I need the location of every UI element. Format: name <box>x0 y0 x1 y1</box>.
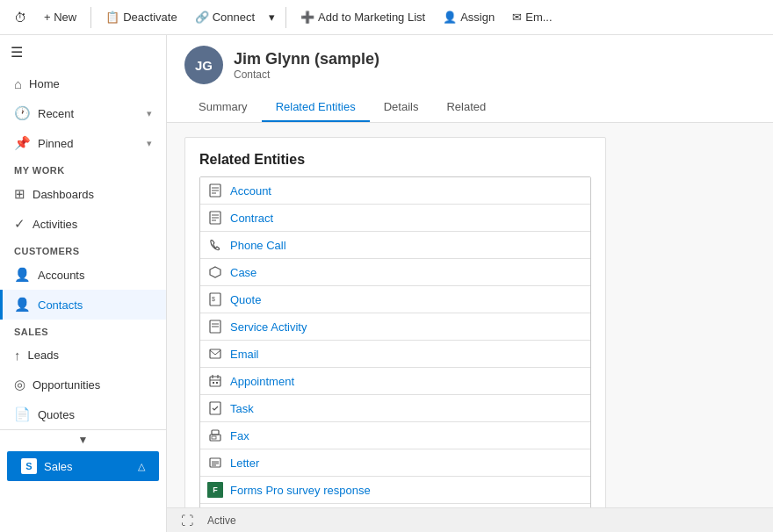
sidebar-scroll-down[interactable]: ▼ <box>0 429 166 449</box>
my-work-header-text: My Work <box>14 165 65 176</box>
related-entities-title: Related Entities <box>199 152 591 168</box>
assign-button[interactable]: 👤 Assign <box>436 7 502 27</box>
sidebar-item-home[interactable]: ⌂ Home <box>0 69 166 98</box>
status-bar: ⛶ Active <box>167 507 773 532</box>
contacts-icon: 👤 <box>14 297 31 313</box>
list-item[interactable]: Phone Call <box>200 232 590 259</box>
entity-label: Quote <box>230 293 261 306</box>
email-label: Em... <box>525 11 552 24</box>
deactivate-button[interactable]: 📋 Deactivate <box>98 7 184 27</box>
list-item[interactable]: Appointment <box>200 368 590 395</box>
customers-header-text: Customers <box>14 246 80 256</box>
contact-info: JG Jim Glynn (sample) Contact <box>184 46 755 84</box>
contact-header: JG Jim Glynn (sample) Contact Summary Re… <box>167 35 773 123</box>
svg-rect-21 <box>212 430 219 435</box>
chevron-down-icon: ▾ <box>269 11 275 24</box>
entity-label: Contract <box>230 212 273 225</box>
entity-label: Appointment <box>230 375 294 388</box>
accounts-icon: 👤 <box>14 267 31 283</box>
assign-label: Assign <box>460 11 495 24</box>
list-item[interactable]: $ Quote <box>200 286 590 313</box>
pin-icon: 📌 <box>14 135 31 151</box>
history-button[interactable]: ⏱ <box>7 7 33 28</box>
add-to-marketing-button[interactable]: ➕ Add to Marketing List <box>293 7 432 27</box>
customers-header: Customers <box>0 239 166 260</box>
new-button[interactable]: + New <box>37 7 83 27</box>
list-item[interactable]: Letter <box>200 449 590 477</box>
list-item[interactable]: Case <box>200 259 590 286</box>
hamburger-icon: ☰ <box>11 45 23 60</box>
toolbar-divider-2 <box>285 7 286 28</box>
add-marketing-icon: ➕ <box>300 11 314 24</box>
sidebar-recent-label: Recent <box>38 107 74 120</box>
tab-details[interactable]: Details <box>370 93 433 122</box>
entity-label: Letter <box>230 457 259 470</box>
email-icon: ✉ <box>512 11 522 24</box>
deactivate-icon: 📋 <box>105 11 119 24</box>
sidebar-opportunities-label: Opportunities <box>33 378 100 392</box>
tab-related-entities[interactable]: Related Entities <box>262 93 370 122</box>
svg-rect-14 <box>210 377 220 386</box>
opportunities-icon: ◎ <box>14 377 25 392</box>
my-work-header: My Work <box>0 158 166 179</box>
main-content: Related Entities Account Contract <box>167 123 773 507</box>
deactivate-label: Deactivate <box>123 11 177 24</box>
list-item[interactable]: Email <box>200 341 590 368</box>
chevron-icon: △ <box>138 461 145 472</box>
sidebar-item-activities[interactable]: ✓ Activities <box>0 209 166 239</box>
related-entities-panel: Related Entities Account Contract <box>184 137 606 507</box>
sidebar-item-accounts[interactable]: 👤 Accounts <box>0 260 166 290</box>
hamburger-button[interactable]: ☰ <box>0 35 166 69</box>
entity-label: Account <box>230 184 271 198</box>
recent-icon: 🕐 <box>14 105 31 121</box>
entity-label: Phone Call <box>230 239 286 252</box>
contract-icon <box>207 210 223 226</box>
entity-label: Forms Pro survey response <box>230 484 371 497</box>
list-item[interactable]: Service Activity <box>200 313 590 341</box>
list-item[interactable]: Fax <box>200 422 590 449</box>
svg-rect-13 <box>210 349 220 358</box>
sidebar-accounts-label: Accounts <box>38 269 84 282</box>
sidebar-item-dashboards[interactable]: ⊞ Dashboards <box>0 179 166 209</box>
entity-label: Email <box>230 348 259 361</box>
phone-call-icon <box>207 237 223 253</box>
svg-rect-19 <box>216 382 218 384</box>
sidebar-item-sales-active[interactable]: S Sales △ <box>7 451 159 481</box>
tab-summary[interactable]: Summary <box>184 93 262 122</box>
sidebar-item-recent[interactable]: 🕐 Recent ▾ <box>0 98 166 128</box>
entity-label: Fax <box>230 429 249 442</box>
svg-rect-20 <box>210 402 220 414</box>
sidebar-item-opportunities[interactable]: ◎ Opportunities <box>0 370 166 399</box>
connect-button[interactable]: 🔗 Connect <box>188 7 262 27</box>
list-item[interactable]: Contract <box>200 205 590 232</box>
sidebar-item-contacts[interactable]: 👤 Contacts <box>0 290 166 320</box>
task-icon <box>207 400 223 416</box>
sidebar-item-quotes[interactable]: 📄 Quotes <box>0 399 166 429</box>
contact-name: Jim Glynn (sample) <box>234 50 379 68</box>
sales-active-icon: S <box>21 458 37 474</box>
add-marketing-label: Add to Marketing List <box>318 11 425 24</box>
chevron-down-icon: ▼ <box>78 434 89 446</box>
sidebar: ☰ ⌂ Home 🕐 Recent ▾ 📌 Pinned ▾ My Work ⊞… <box>0 35 167 532</box>
forms-pro-icon: F <box>207 482 223 498</box>
list-item[interactable]: Task <box>200 395 590 422</box>
new-label: + New <box>44 11 76 24</box>
sidebar-sales-label: Sales <box>44 460 73 473</box>
appointment-icon <box>207 373 223 389</box>
quotes-icon: 📄 <box>14 406 31 422</box>
connect-dropdown[interactable]: ▾ <box>265 7 278 27</box>
tabs: Summary Related Entities Details Related <box>184 93 755 122</box>
list-item[interactable]: F Forms Pro survey response <box>200 477 590 504</box>
expand-icon[interactable]: ⛶ <box>181 514 193 528</box>
svg-rect-18 <box>213 382 214 384</box>
email-button[interactable]: ✉ Em... <box>505 7 559 27</box>
sidebar-item-pinned[interactable]: 📌 Pinned ▾ <box>0 128 166 158</box>
sidebar-item-leads[interactable]: ↑ Leads <box>0 341 166 370</box>
case-icon <box>207 264 223 280</box>
chevron-down-icon: ▾ <box>147 138 152 149</box>
status-active: Active <box>207 514 236 527</box>
history-icon: ⏱ <box>14 11 26 25</box>
avatar-initials: JG <box>195 58 213 73</box>
list-item[interactable]: Account <box>200 177 590 205</box>
tab-related[interactable]: Related <box>432 93 500 122</box>
